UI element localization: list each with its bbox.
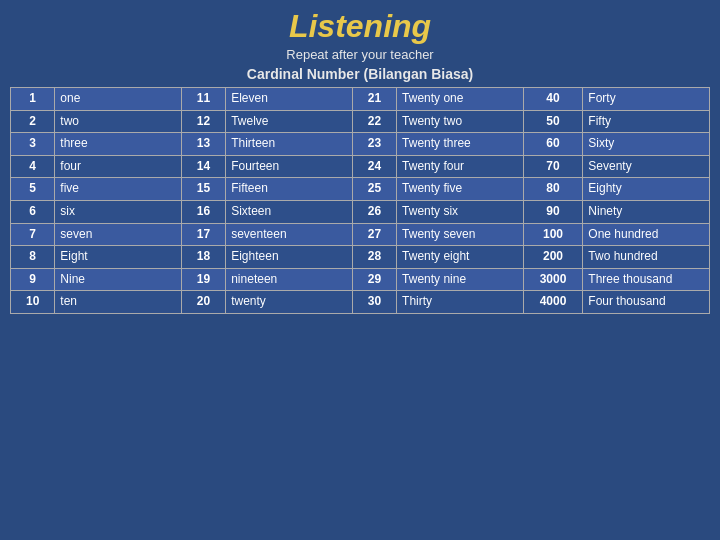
table-row: 10 ten 20 twenty 30 Thirty 4000 Four tho… — [11, 291, 710, 314]
word2: twenty — [226, 291, 353, 314]
word3: Twenty three — [397, 133, 524, 156]
word4: Seventy — [583, 155, 710, 178]
num2: 11 — [181, 88, 225, 111]
word3: Twenty eight — [397, 246, 524, 269]
word2: Fifteen — [226, 178, 353, 201]
page-title: Listening — [289, 8, 431, 45]
num4: 3000 — [523, 268, 583, 291]
num2: 19 — [181, 268, 225, 291]
word4: Three thousand — [583, 268, 710, 291]
word1: ten — [55, 291, 182, 314]
table-row: 4 four 14 Fourteen 24 Twenty four 70 Sev… — [11, 155, 710, 178]
table-row: 6 six 16 Sixteen 26 Twenty six 90 Ninety — [11, 200, 710, 223]
cardinal-numbers-table: 1 one 11 Eleven 21 Twenty one 40 Forty 2… — [10, 87, 710, 314]
num3: 29 — [352, 268, 396, 291]
num3: 26 — [352, 200, 396, 223]
word2: seventeen — [226, 223, 353, 246]
num4: 4000 — [523, 291, 583, 314]
word1: four — [55, 155, 182, 178]
word1: seven — [55, 223, 182, 246]
num1: 7 — [11, 223, 55, 246]
word2: Eighteen — [226, 246, 353, 269]
word4: Eighty — [583, 178, 710, 201]
word4: Forty — [583, 88, 710, 111]
num1: 2 — [11, 110, 55, 133]
table-row: 3 three 13 Thirteen 23 Twenty three 60 S… — [11, 133, 710, 156]
num3: 22 — [352, 110, 396, 133]
word3: Twenty two — [397, 110, 524, 133]
num1: 6 — [11, 200, 55, 223]
word1: three — [55, 133, 182, 156]
table-title: Cardinal Number (Bilangan Biasa) — [247, 66, 473, 82]
num2: 15 — [181, 178, 225, 201]
word4: Sixty — [583, 133, 710, 156]
word3: Twenty four — [397, 155, 524, 178]
num2: 18 — [181, 246, 225, 269]
num3: 25 — [352, 178, 396, 201]
table-row: 8 Eight 18 Eighteen 28 Twenty eight 200 … — [11, 246, 710, 269]
word4: Two hundred — [583, 246, 710, 269]
num2: 12 — [181, 110, 225, 133]
word3: Twenty seven — [397, 223, 524, 246]
word2: Thirteen — [226, 133, 353, 156]
word1: Eight — [55, 246, 182, 269]
word2: nineteen — [226, 268, 353, 291]
word4: Four thousand — [583, 291, 710, 314]
page-subtitle: Repeat after your teacher — [286, 47, 433, 62]
num2: 16 — [181, 200, 225, 223]
table-row: 9 Nine 19 nineteen 29 Twenty nine 3000 T… — [11, 268, 710, 291]
num1: 5 — [11, 178, 55, 201]
num1: 4 — [11, 155, 55, 178]
word2: Twelve — [226, 110, 353, 133]
word4: Fifty — [583, 110, 710, 133]
num3: 27 — [352, 223, 396, 246]
word3: Twenty six — [397, 200, 524, 223]
word3: Twenty one — [397, 88, 524, 111]
word1: five — [55, 178, 182, 201]
num2: 17 — [181, 223, 225, 246]
word4: Ninety — [583, 200, 710, 223]
num2: 13 — [181, 133, 225, 156]
word2: Fourteen — [226, 155, 353, 178]
num4: 60 — [523, 133, 583, 156]
word1: two — [55, 110, 182, 133]
num4: 50 — [523, 110, 583, 133]
table-row: 5 five 15 Fifteen 25 Twenty five 80 Eigh… — [11, 178, 710, 201]
num4: 70 — [523, 155, 583, 178]
num3: 24 — [352, 155, 396, 178]
table-row: 1 one 11 Eleven 21 Twenty one 40 Forty — [11, 88, 710, 111]
word2: Sixteen — [226, 200, 353, 223]
num3: 21 — [352, 88, 396, 111]
num4: 80 — [523, 178, 583, 201]
num3: 28 — [352, 246, 396, 269]
word1: six — [55, 200, 182, 223]
word1: Nine — [55, 268, 182, 291]
num2: 14 — [181, 155, 225, 178]
num1: 3 — [11, 133, 55, 156]
word1: one — [55, 88, 182, 111]
word2: Eleven — [226, 88, 353, 111]
num1: 10 — [11, 291, 55, 314]
word4: One hundred — [583, 223, 710, 246]
word3: Twenty five — [397, 178, 524, 201]
num4: 100 — [523, 223, 583, 246]
num4: 90 — [523, 200, 583, 223]
num4: 40 — [523, 88, 583, 111]
num3: 23 — [352, 133, 396, 156]
word3: Thirty — [397, 291, 524, 314]
num1: 9 — [11, 268, 55, 291]
num1: 1 — [11, 88, 55, 111]
num2: 20 — [181, 291, 225, 314]
table-row: 7 seven 17 seventeen 27 Twenty seven 100… — [11, 223, 710, 246]
table-row: 2 two 12 Twelve 22 Twenty two 50 Fifty — [11, 110, 710, 133]
num3: 30 — [352, 291, 396, 314]
word3: Twenty nine — [397, 268, 524, 291]
num4: 200 — [523, 246, 583, 269]
num1: 8 — [11, 246, 55, 269]
